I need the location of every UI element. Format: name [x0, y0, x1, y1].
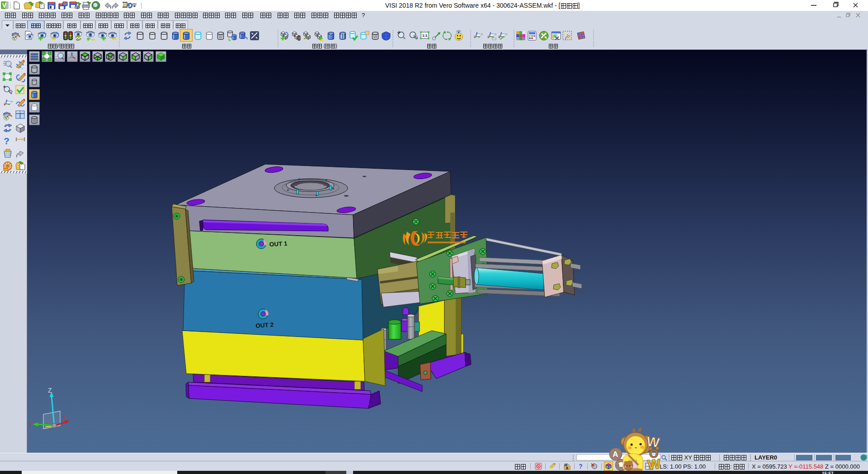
- svg-text:X: X: [62, 414, 67, 421]
- svg-text:Z: Z: [48, 387, 52, 394]
- svg-text:OUT 2: OUT 2: [255, 321, 274, 329]
- svg-text:OUT 1: OUT 1: [269, 240, 288, 248]
- svg-text:?: ?: [4, 136, 9, 146]
- svg-text:W: W: [647, 456, 661, 471]
- svg-text:Y: Y: [29, 421, 33, 428]
- svg-text:1:1: 1:1: [422, 33, 428, 38]
- svg-text:A: A: [613, 450, 618, 459]
